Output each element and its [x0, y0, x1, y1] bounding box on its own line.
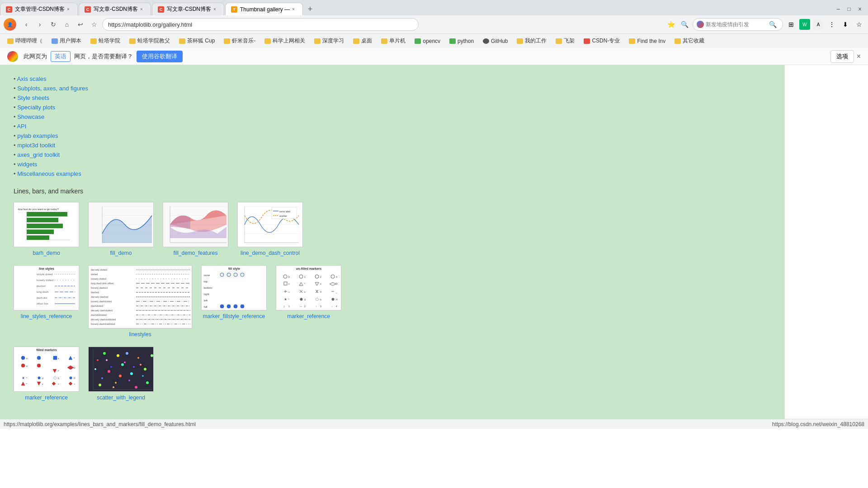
- tab-4-close[interactable]: ×: [290, 6, 297, 13]
- extension-5[interactable]: ⋮: [826, 19, 837, 30]
- svg-text:⬡: ⬡: [53, 376, 57, 380]
- marker-fillstyle-label: marker_fillstyle_reference: [203, 313, 265, 319]
- svg-text:^: ^: [26, 383, 28, 385]
- gallery-item-marker-ref2[interactable]: filled markers o . s ^ o: [14, 347, 79, 401]
- nav-pylab[interactable]: pylab examples: [17, 132, 58, 139]
- svg-point-86: [234, 305, 237, 308]
- user-avatar[interactable]: 👤: [4, 18, 16, 31]
- translation-close-button[interactable]: ×: [857, 52, 861, 61]
- nav-specialty-plots[interactable]: Specialty plots: [17, 104, 55, 111]
- svg-text:^: ^: [304, 282, 306, 285]
- forward-button[interactable]: ›: [34, 19, 45, 30]
- scatter-thumb: [88, 347, 154, 392]
- language-button[interactable]: 英语: [51, 51, 71, 62]
- bookmark-findinv[interactable]: Find the Inv: [625, 37, 669, 45]
- search-button[interactable]: 🔍: [769, 21, 777, 28]
- tab-3-close[interactable]: ×: [211, 6, 218, 13]
- extension-icon-1[interactable]: ⭐: [665, 19, 676, 30]
- bookmark-button[interactable]: ☆: [89, 19, 99, 30]
- nav-mplot3d[interactable]: mplot3d toolkit: [17, 142, 55, 149]
- history-back-button[interactable]: ↩: [75, 19, 86, 30]
- svg-text:↑: ↑: [316, 305, 317, 308]
- bookmark-science[interactable]: 科学上网相关: [261, 36, 309, 46]
- svg-text:d: d: [304, 298, 306, 301]
- folder-icon: [381, 38, 387, 44]
- bookmark-xiami[interactable]: 虾米音乐-: [220, 36, 259, 46]
- nav-showcase[interactable]: Showcase: [17, 113, 44, 120]
- bookmark-mywork[interactable]: 我的工作: [513, 36, 550, 46]
- svg-text:⬟: ⬟: [300, 297, 303, 301]
- gallery-item-linestyles[interactable]: densely dotted dotted loosely dotted lon…: [88, 265, 192, 338]
- nav-subplots[interactable]: Subplots, axes, and figures: [17, 85, 88, 92]
- translate-button[interactable]: 使用谷歌翻译: [137, 51, 183, 62]
- tab-3[interactable]: C 写文章-CSDN博客 ×: [152, 3, 224, 15]
- gallery-row-3: filled markers o . s ^ o: [14, 347, 771, 401]
- favorites-button[interactable]: ☆: [854, 19, 864, 30]
- svg-rect-3: [27, 224, 63, 228]
- svg-text:densely dotted: densely dotted: [91, 268, 107, 271]
- bookmark-bilibili[interactable]: 哔哩哔哩（: [4, 36, 46, 46]
- marker-ref2-label: marker_reference: [25, 394, 68, 401]
- tab-1[interactable]: C 文章管理-CSDN博客 ×: [0, 3, 78, 15]
- linestyles-label: linestyles: [129, 331, 151, 338]
- svg-text:o: o: [26, 365, 28, 367]
- svg-text:s: s: [288, 282, 290, 285]
- gallery-item-fill-demo[interactable]: fill_demo: [88, 202, 154, 256]
- svg-point-185: [126, 352, 128, 355]
- gallery-item-marker-fillstyle[interactable]: fill style none top bottom right left fu…: [201, 265, 267, 338]
- folder-icon: [129, 38, 136, 44]
- bookmark-github[interactable]: GitHub: [479, 37, 511, 45]
- nav-api[interactable]: API: [17, 123, 26, 130]
- folder-icon: [52, 38, 58, 44]
- gallery-item-fill-demo-features[interactable]: fill_demo_features: [163, 202, 228, 256]
- maximize-button[interactable]: □: [844, 5, 854, 14]
- extension-4[interactable]: A: [813, 19, 824, 30]
- svg-point-83: [241, 273, 244, 277]
- bookmark-watower2[interactable]: 蛙塔学院教父: [126, 36, 174, 46]
- nav-widgets[interactable]: widgets: [17, 161, 37, 168]
- extension-icon-2[interactable]: 🔍: [679, 19, 690, 30]
- gallery-item-line-demo-dash[interactable]: some label another line_demo_dash_contro…: [237, 202, 303, 256]
- options-button[interactable]: 选项: [830, 50, 854, 63]
- bookmark-others[interactable]: 其它收藏: [671, 36, 708, 46]
- home-button[interactable]: ⌂: [61, 19, 72, 30]
- tab-4[interactable]: T Thumbnail gallery — ×: [225, 3, 303, 15]
- download-button[interactable]: ⬇: [840, 19, 851, 30]
- bookmark-mcu[interactable]: 单片机: [377, 36, 409, 46]
- barh-demo-chart: How fast do you want to go today?: [18, 206, 75, 244]
- search-input[interactable]: [706, 21, 769, 28]
- bookmark-deeplearning[interactable]: 深度学习: [311, 36, 348, 46]
- nav-misc[interactable]: Miscellaneous examples: [17, 170, 81, 177]
- section-title: Lines, bars, and markers: [14, 188, 771, 195]
- bookmark-watower[interactable]: 蛙塔学院: [87, 36, 124, 46]
- bookmark-teacup[interactable]: 茶杯狐 Cup: [175, 36, 218, 46]
- nav-axes-grid[interactable]: axes_grid toolkit: [17, 151, 60, 158]
- minimize-button[interactable]: −: [834, 5, 843, 14]
- back-button[interactable]: ‹: [21, 19, 32, 30]
- close-button[interactable]: ×: [855, 5, 864, 14]
- address-input[interactable]: [102, 18, 419, 31]
- bookmark-python[interactable]: python: [446, 37, 477, 45]
- tab-2-close[interactable]: ×: [138, 6, 145, 13]
- bookmark-userscript[interactable]: 用户脚本: [48, 36, 85, 46]
- tab-3-icon: C: [158, 6, 164, 13]
- svg-point-134: [21, 356, 25, 360]
- gallery-item-barh-demo[interactable]: How fast do you want to go today? barh_d…: [14, 202, 79, 256]
- bookmark-opencv[interactable]: opencv: [411, 37, 444, 45]
- gallery-item-line-styles[interactable]: line styles simple dotted loosely dotted…: [14, 265, 79, 338]
- reload-button[interactable]: ↻: [48, 19, 59, 30]
- bookmark-desktop[interactable]: 桌面: [349, 36, 376, 46]
- new-tab-button[interactable]: +: [304, 3, 316, 15]
- nav-axis-scales[interactable]: Axis scales: [17, 75, 46, 82]
- bookmark-feijia[interactable]: 飞架: [552, 36, 578, 46]
- svg-text:dashed: dashed: [37, 285, 46, 287]
- extension-3[interactable]: W: [799, 19, 810, 30]
- gallery-item-scatter[interactable]: scatter_with_legend: [88, 347, 154, 401]
- tab-2[interactable]: C 写文章-CSDN博客 ×: [79, 3, 151, 15]
- nav-style-sheets[interactable]: Style sheets: [17, 94, 49, 101]
- windows-icon[interactable]: ⊞: [786, 19, 797, 30]
- svg-text:full: full: [204, 305, 208, 308]
- tab-1-close[interactable]: ×: [65, 6, 72, 13]
- gallery-item-marker-ref[interactable]: un-filled markers 0 1 2 3 s: [276, 265, 341, 338]
- bookmark-csdn[interactable]: CSDN-专业: [580, 36, 623, 46]
